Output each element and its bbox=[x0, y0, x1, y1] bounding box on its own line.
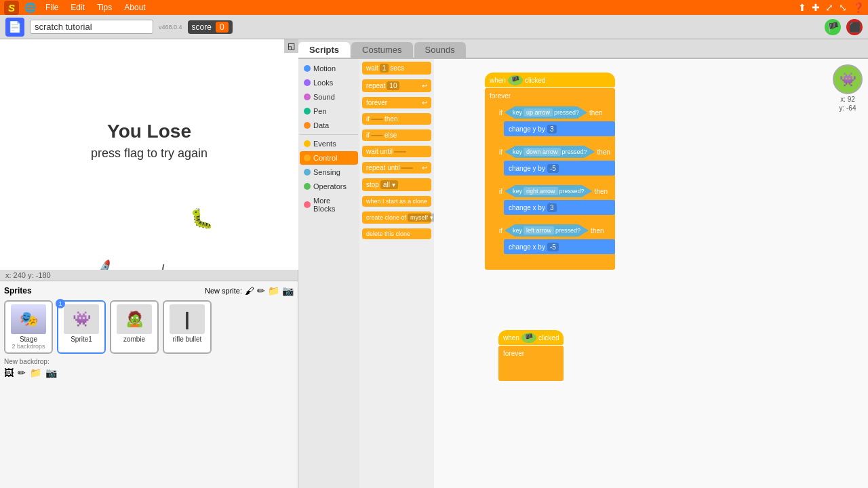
menu-tips[interactable]: Tips bbox=[92, 1, 117, 14]
backdrop-draw-icon[interactable]: ✏ bbox=[18, 367, 26, 378]
menu-about[interactable]: About bbox=[119, 1, 151, 14]
stage-canvas: You Lose press flag to try again 🐛 🚀 / ◱ bbox=[0, 39, 298, 270]
if-left-arrow: if key left arrow pressed? then bbox=[494, 222, 615, 261]
help-icon[interactable]: ❓ bbox=[852, 2, 864, 13]
sprite-item-stage[interactable]: 🎭 Stage 2 backdrops bbox=[4, 300, 53, 354]
forever-block-1: forever if key up arrow presse bbox=[485, 88, 615, 270]
then-label-2: then bbox=[597, 148, 610, 156]
palette-forever[interactable]: forever ↩ bbox=[362, 97, 431, 108]
category-pen[interactable]: Pen bbox=[300, 104, 358, 118]
menu-edit[interactable]: Edit bbox=[65, 1, 90, 14]
sprite-item-rifle-bullet[interactable]: | rifle bullet bbox=[163, 300, 212, 354]
new-sprite-draw-icon[interactable]: ✏ bbox=[257, 285, 265, 296]
if-up-footer bbox=[494, 138, 615, 143]
palette-delete-clone[interactable]: delete this clone bbox=[362, 228, 431, 239]
category-sensing[interactable]: Sensing bbox=[300, 165, 358, 179]
tab-costumes[interactable]: Costumes bbox=[351, 42, 413, 58]
palette-wait-secs[interactable]: wait 1 secs bbox=[362, 62, 431, 75]
exit-fullscreen-icon[interactable]: ⤡ bbox=[839, 2, 847, 13]
fullscreen-icon[interactable]: ⤢ bbox=[825, 2, 833, 13]
palette-repeat-label: repeat bbox=[366, 82, 385, 89]
stage-name: Stage bbox=[20, 336, 37, 343]
script-group-2: when 🏴 clicked forever bbox=[498, 330, 564, 382]
new-sprite-label: New sprite: bbox=[205, 287, 242, 295]
backdrop-camera-icon[interactable]: 📷 bbox=[45, 367, 57, 378]
if-up-header[interactable]: if key up arrow pressed? then bbox=[494, 104, 615, 121]
palette-wait-until[interactable]: wait until bbox=[362, 146, 431, 157]
key-left-pressed-condition[interactable]: key left arrow pressed? bbox=[505, 224, 589, 237]
key-up-pressed-condition[interactable]: key up arrow pressed? bbox=[505, 106, 587, 119]
sprite-item-sprite1[interactable]: 1 👾 Sprite1 bbox=[57, 300, 106, 354]
stage-sprite-rocket: 🚀 bbox=[92, 259, 115, 270]
stage-fullscreen-button[interactable]: ◱ bbox=[284, 39, 298, 53]
add-icon[interactable]: ✚ bbox=[812, 2, 820, 13]
category-operators-label: Operators bbox=[313, 182, 347, 190]
category-events[interactable]: Events bbox=[300, 137, 358, 150]
palette-if-then[interactable]: if then bbox=[362, 113, 431, 125]
category-data[interactable]: Data bbox=[300, 119, 358, 132]
new-sprite-camera-icon[interactable]: 📷 bbox=[282, 285, 294, 296]
sprite-item-zombie[interactable]: 🧟 zombie bbox=[110, 300, 159, 354]
change-x-by-3[interactable]: change x by 3 bbox=[504, 200, 615, 215]
if-right-header[interactable]: if key right arrow pressed? then bbox=[494, 183, 615, 199]
palette-repeat[interactable]: repeat 10 ↩ bbox=[362, 79, 431, 92]
change-y-by-neg5[interactable]: change y by -5 bbox=[504, 161, 615, 176]
backdrop-folder-icon[interactable]: 📁 bbox=[30, 367, 41, 378]
tab-sounds[interactable]: Sounds bbox=[414, 42, 466, 58]
tab-scripts[interactable]: Scripts bbox=[298, 42, 350, 58]
category-sound[interactable]: Sound bbox=[300, 90, 358, 104]
palette-wait-until-cond bbox=[394, 151, 406, 152]
version-tag: v468.0.4 bbox=[159, 24, 182, 30]
palette-repeat-value: 10 bbox=[387, 81, 399, 90]
globe-icon[interactable]: 🌐 bbox=[24, 2, 36, 13]
category-looks[interactable]: Looks bbox=[300, 76, 358, 89]
palette-stop-all[interactable]: stop all ▾ bbox=[362, 178, 431, 191]
hat-when-clicked-2[interactable]: when 🏴 clicked bbox=[498, 330, 564, 345]
backdrop-paint-icon[interactable]: 🖼 bbox=[4, 367, 14, 378]
key-label-1: key bbox=[513, 109, 522, 116]
palette-create-clone[interactable]: create clone of myself ▾ bbox=[362, 211, 431, 224]
key-label-4: key bbox=[513, 227, 522, 234]
project-title-input[interactable] bbox=[30, 20, 153, 34]
category-operators[interactable]: Operators bbox=[300, 180, 358, 193]
forever-header-1[interactable]: forever bbox=[485, 88, 615, 103]
forever-header-2[interactable]: forever bbox=[498, 346, 564, 361]
change-x-by-neg5[interactable]: change x by -5 bbox=[504, 239, 615, 254]
menubar: S 🌐 File Edit Tips About ⬆ ✚ ⤢ ⤡ ❓ bbox=[0, 0, 868, 15]
forever-block-2: forever bbox=[498, 346, 564, 381]
control-dot bbox=[304, 155, 311, 161]
flag-icon-2: 🏴 bbox=[521, 333, 536, 343]
hat-when-clicked-1[interactable]: when 🏴 clicked bbox=[485, 73, 615, 87]
sprite-selected-badge: 1 bbox=[56, 299, 65, 308]
palette-repeat-until[interactable]: repeat until ↩ bbox=[362, 162, 431, 174]
stage-coordinates: x: 240 y: -180 bbox=[0, 270, 298, 281]
new-sprite-folder-icon[interactable]: 📁 bbox=[268, 285, 279, 296]
if-right-body: change x by 3 bbox=[494, 199, 615, 216]
palette-stop-value: all ▾ bbox=[380, 180, 398, 189]
key-down-pressed-condition[interactable]: key down arrow pressed? bbox=[505, 146, 595, 158]
new-sprite-paint-icon[interactable]: 🖌 bbox=[245, 285, 254, 296]
pressed-label-4: pressed? bbox=[555, 227, 580, 234]
upload-icon[interactable]: ⬆ bbox=[798, 2, 806, 13]
score-label: score bbox=[192, 22, 212, 32]
stop-button[interactable]: ⬛ bbox=[846, 19, 863, 35]
rifle-bullet-name: rifle bullet bbox=[173, 336, 202, 343]
zombie-thumb: 🧟 bbox=[117, 304, 152, 334]
category-control[interactable]: Control bbox=[300, 151, 358, 165]
green-flag-button[interactable]: 🏴 bbox=[825, 19, 841, 35]
category-motion[interactable]: Motion bbox=[300, 62, 358, 75]
stage-thumb: 🎭 bbox=[11, 304, 46, 334]
palette-wait-until-label: wait until bbox=[366, 148, 393, 155]
if-left-header[interactable]: if key left arrow pressed? then bbox=[494, 222, 615, 239]
change-y-by-3[interactable]: change y by 3 bbox=[504, 121, 615, 136]
category-motion-label: Motion bbox=[313, 64, 336, 73]
change-x-value-1: 3 bbox=[547, 203, 557, 212]
canvas-x: x: 92 bbox=[840, 96, 855, 103]
looks-dot bbox=[304, 79, 311, 86]
if-down-header[interactable]: if key down arrow pressed? then bbox=[494, 144, 615, 160]
category-more-blocks[interactable]: More Blocks bbox=[300, 194, 358, 216]
palette-if-else[interactable]: if else bbox=[362, 129, 431, 141]
palette-when-clone[interactable]: when I start as a clone bbox=[362, 196, 431, 207]
key-right-pressed-condition[interactable]: key right arrow pressed? bbox=[505, 185, 593, 197]
menu-file[interactable]: File bbox=[40, 1, 64, 14]
